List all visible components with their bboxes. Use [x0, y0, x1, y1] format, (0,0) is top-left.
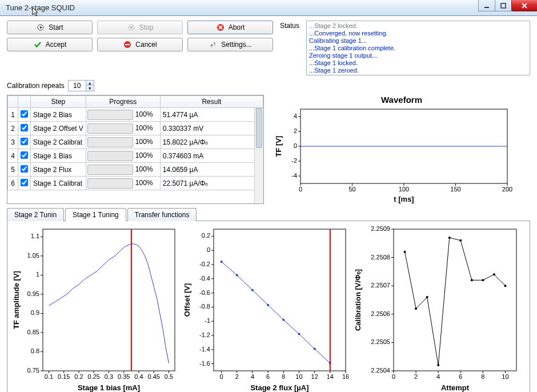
- svg-text:2.2504: 2.2504: [371, 367, 390, 374]
- attempt-chart: 02468102.25042.25052.25062.25072.25082.2…: [352, 225, 521, 392]
- svg-text:Attempt: Attempt: [441, 383, 470, 392]
- svg-text:50: 50: [348, 186, 355, 193]
- row-checkbox[interactable]: [21, 138, 28, 145]
- settings-button[interactable]: Settings...: [187, 38, 273, 51]
- status-log[interactable]: ...Stage 2 locked....Converged, now rese…: [306, 21, 530, 75]
- svg-point-149: [404, 251, 406, 253]
- svg-text:-0.8: -0.8: [199, 303, 210, 310]
- svg-point-117: [282, 319, 284, 321]
- svg-rect-9: [125, 44, 130, 45]
- abort-label: Abort: [229, 23, 245, 31]
- svg-text:-1.6: -1.6: [199, 360, 210, 367]
- cal-repeats-field[interactable]: [69, 81, 86, 90]
- svg-text:Offset [V]: Offset [V]: [183, 283, 191, 317]
- wrench-icon: [209, 40, 218, 49]
- svg-text:-1.4: -1.4: [199, 346, 210, 353]
- svg-text:-1: -1: [205, 317, 210, 324]
- status-label: Status: [278, 21, 302, 30]
- svg-rect-1: [501, 3, 506, 8]
- stop-button[interactable]: Stop: [97, 21, 183, 34]
- svg-text:0.35: 0.35: [118, 373, 130, 380]
- svg-text:8: 8: [282, 373, 285, 380]
- row-checkbox[interactable]: [21, 151, 28, 159]
- svg-point-152: [437, 364, 439, 366]
- svg-text:2.2509: 2.2509: [371, 225, 390, 232]
- svg-point-119: [314, 348, 316, 350]
- cancel-label: Cancel: [135, 41, 157, 49]
- play-icon: [36, 23, 45, 32]
- tab-stage-1-tuning[interactable]: Stage 1 Tuning: [65, 208, 126, 221]
- row-checkbox[interactable]: [21, 110, 28, 118]
- svg-text:-0.2: -0.2: [199, 261, 210, 267]
- table-row[interactable]: 3 Stage 2 Calibrat 100% 15.8022 µA/Φ₀: [8, 135, 263, 149]
- table-row[interactable]: 6 Stage 1 Calibrat 100% 22.5071 µA/Φ₀: [8, 177, 263, 190]
- svg-point-113: [221, 261, 223, 263]
- svg-text:1.05: 1.05: [27, 252, 39, 259]
- cal-repeats-input[interactable]: ▲ ▼: [68, 80, 94, 91]
- svg-marker-5: [40, 26, 42, 29]
- stop-label: Stop: [139, 23, 154, 31]
- accept-button[interactable]: Accept: [7, 38, 93, 51]
- col-result[interactable]: Result: [160, 96, 263, 108]
- svg-text:0: 0: [392, 373, 395, 380]
- svg-point-158: [504, 285, 506, 287]
- svg-point-150: [415, 307, 417, 310]
- waveform-chart: 050100150200-4-2024t [ms]TF [V]: [273, 106, 513, 204]
- waveform-title: Waveform: [273, 95, 530, 105]
- accept-label: Accept: [46, 41, 67, 49]
- svg-text:1: 1: [36, 271, 39, 278]
- svg-text:0.5: 0.5: [165, 373, 173, 380]
- svg-point-116: [267, 304, 269, 306]
- col-progress[interactable]: Progress: [86, 96, 160, 108]
- cancel-icon: [123, 40, 132, 49]
- window-title: Tune 2-stage SQUID: [6, 3, 75, 12]
- svg-point-154: [459, 239, 462, 242]
- svg-text:16: 16: [342, 373, 349, 380]
- table-row[interactable]: 5 Stage 2 Flux 100% 14.0659 µA: [8, 163, 263, 177]
- svg-text:0: 0: [220, 373, 223, 380]
- svg-text:2: 2: [235, 373, 239, 380]
- table-row[interactable]: 4 Stage 1 Bias 100% 0.374603 mA: [8, 149, 263, 163]
- table-row[interactable]: 2 Stage 2 Offset V 100% 0.330337 mV: [8, 122, 263, 135]
- svg-point-156: [482, 279, 484, 281]
- minimize-button[interactable]: [478, 0, 495, 11]
- svg-text:0.45: 0.45: [148, 373, 160, 380]
- svg-text:12: 12: [311, 373, 318, 380]
- svg-text:0: 0: [299, 186, 302, 193]
- tab-transfer-functions[interactable]: Transfer functions: [127, 208, 197, 221]
- cursor-icon: [32, 7, 40, 17]
- stage1-bias-chart: 0.10.150.20.250.30.350.40.450.50.750.80.…: [11, 225, 179, 392]
- maximize-button[interactable]: [495, 0, 512, 11]
- close-button[interactable]: [511, 0, 537, 11]
- svg-rect-74: [214, 229, 346, 371]
- svg-text:0.4: 0.4: [134, 373, 143, 380]
- svg-text:14: 14: [327, 373, 334, 380]
- svg-text:0.85: 0.85: [27, 329, 39, 335]
- start-label: Start: [49, 23, 63, 31]
- tab-stage-2-tunin[interactable]: Stage 2 Tunin: [7, 208, 64, 221]
- abort-button[interactable]: Abort: [187, 21, 273, 34]
- table-scrollbar[interactable]: [254, 108, 263, 203]
- spin-up[interactable]: ▲: [86, 81, 94, 86]
- cancel-button[interactable]: Cancel: [97, 38, 183, 51]
- svg-point-155: [471, 279, 473, 281]
- table-row[interactable]: 1 Stage 2 Bias 100% 51.4774 µA: [8, 108, 263, 122]
- row-checkbox[interactable]: [21, 124, 28, 131]
- start-button[interactable]: Start: [7, 21, 93, 34]
- spin-down[interactable]: ▼: [86, 86, 94, 91]
- row-checkbox[interactable]: [21, 165, 28, 173]
- svg-text:2.2505: 2.2505: [371, 338, 390, 345]
- svg-text:-4: -4: [291, 172, 297, 179]
- svg-text:0.75: 0.75: [27, 367, 39, 374]
- svg-text:0.15: 0.15: [58, 373, 70, 380]
- col-step[interactable]: Step: [31, 96, 86, 108]
- svg-text:0: 0: [207, 246, 210, 253]
- svg-text:t [ms]: t [ms]: [394, 195, 414, 203]
- svg-text:TF [V]: TF [V]: [274, 136, 283, 157]
- check-icon: [33, 40, 42, 49]
- svg-text:10: 10: [502, 373, 508, 380]
- svg-text:-0.6: -0.6: [199, 289, 210, 296]
- abort-icon: [216, 23, 225, 32]
- row-checkbox[interactable]: [21, 179, 28, 186]
- svg-text:2.2508: 2.2508: [371, 254, 390, 261]
